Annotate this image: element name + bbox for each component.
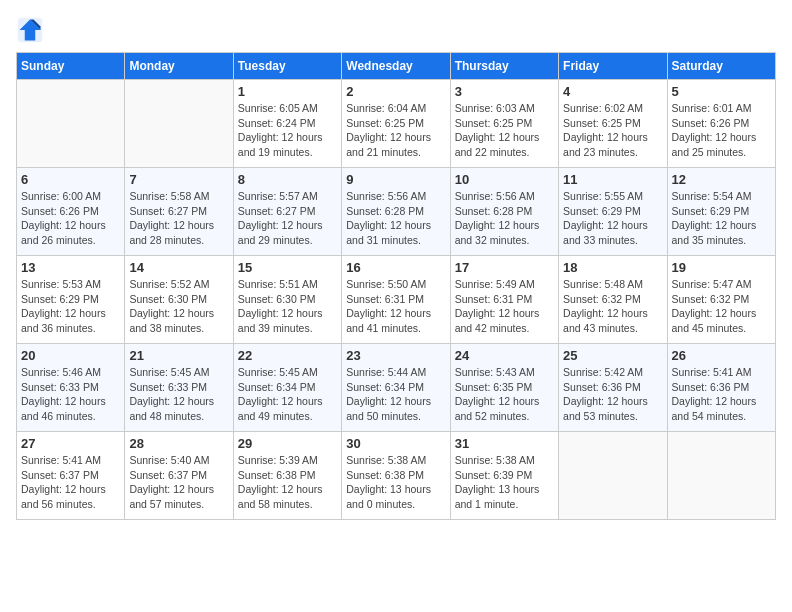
day-info: Sunrise: 5:56 AMSunset: 6:28 PMDaylight:… bbox=[346, 189, 445, 248]
day-info: Sunrise: 5:57 AMSunset: 6:27 PMDaylight:… bbox=[238, 189, 337, 248]
calendar-cell: 3Sunrise: 6:03 AMSunset: 6:25 PMDaylight… bbox=[450, 80, 558, 168]
day-info: Sunrise: 5:56 AMSunset: 6:28 PMDaylight:… bbox=[455, 189, 554, 248]
day-number: 29 bbox=[238, 436, 337, 451]
calendar-cell: 1Sunrise: 6:05 AMSunset: 6:24 PMDaylight… bbox=[233, 80, 341, 168]
day-info: Sunrise: 5:46 AMSunset: 6:33 PMDaylight:… bbox=[21, 365, 120, 424]
day-number: 26 bbox=[672, 348, 771, 363]
day-info: Sunrise: 5:44 AMSunset: 6:34 PMDaylight:… bbox=[346, 365, 445, 424]
day-info: Sunrise: 5:41 AMSunset: 6:37 PMDaylight:… bbox=[21, 453, 120, 512]
day-info: Sunrise: 5:47 AMSunset: 6:32 PMDaylight:… bbox=[672, 277, 771, 336]
day-info: Sunrise: 5:40 AMSunset: 6:37 PMDaylight:… bbox=[129, 453, 228, 512]
day-number: 21 bbox=[129, 348, 228, 363]
logo-icon bbox=[16, 16, 44, 44]
calendar-week-3: 13Sunrise: 5:53 AMSunset: 6:29 PMDayligh… bbox=[17, 256, 776, 344]
day-info: Sunrise: 6:02 AMSunset: 6:25 PMDaylight:… bbox=[563, 101, 662, 160]
calendar-table: SundayMondayTuesdayWednesdayThursdayFrid… bbox=[16, 52, 776, 520]
weekday-row: SundayMondayTuesdayWednesdayThursdayFrid… bbox=[17, 53, 776, 80]
day-info: Sunrise: 5:43 AMSunset: 6:35 PMDaylight:… bbox=[455, 365, 554, 424]
day-info: Sunrise: 5:45 AMSunset: 6:33 PMDaylight:… bbox=[129, 365, 228, 424]
day-number: 19 bbox=[672, 260, 771, 275]
calendar-cell: 7Sunrise: 5:58 AMSunset: 6:27 PMDaylight… bbox=[125, 168, 233, 256]
day-number: 2 bbox=[346, 84, 445, 99]
weekday-header-tuesday: Tuesday bbox=[233, 53, 341, 80]
calendar-cell: 18Sunrise: 5:48 AMSunset: 6:32 PMDayligh… bbox=[559, 256, 667, 344]
calendar-cell: 13Sunrise: 5:53 AMSunset: 6:29 PMDayligh… bbox=[17, 256, 125, 344]
day-number: 6 bbox=[21, 172, 120, 187]
day-info: Sunrise: 5:52 AMSunset: 6:30 PMDaylight:… bbox=[129, 277, 228, 336]
day-info: Sunrise: 6:03 AMSunset: 6:25 PMDaylight:… bbox=[455, 101, 554, 160]
day-info: Sunrise: 5:38 AMSunset: 6:38 PMDaylight:… bbox=[346, 453, 445, 512]
day-number: 15 bbox=[238, 260, 337, 275]
header bbox=[16, 16, 776, 44]
calendar-cell bbox=[125, 80, 233, 168]
day-info: Sunrise: 5:58 AMSunset: 6:27 PMDaylight:… bbox=[129, 189, 228, 248]
calendar-cell: 15Sunrise: 5:51 AMSunset: 6:30 PMDayligh… bbox=[233, 256, 341, 344]
day-number: 12 bbox=[672, 172, 771, 187]
calendar-week-2: 6Sunrise: 6:00 AMSunset: 6:26 PMDaylight… bbox=[17, 168, 776, 256]
day-number: 31 bbox=[455, 436, 554, 451]
day-number: 22 bbox=[238, 348, 337, 363]
day-number: 20 bbox=[21, 348, 120, 363]
day-number: 27 bbox=[21, 436, 120, 451]
day-number: 4 bbox=[563, 84, 662, 99]
calendar-cell bbox=[667, 432, 775, 520]
calendar-body: 1Sunrise: 6:05 AMSunset: 6:24 PMDaylight… bbox=[17, 80, 776, 520]
day-number: 9 bbox=[346, 172, 445, 187]
day-info: Sunrise: 6:00 AMSunset: 6:26 PMDaylight:… bbox=[21, 189, 120, 248]
calendar-cell: 31Sunrise: 5:38 AMSunset: 6:39 PMDayligh… bbox=[450, 432, 558, 520]
day-number: 11 bbox=[563, 172, 662, 187]
calendar-cell: 23Sunrise: 5:44 AMSunset: 6:34 PMDayligh… bbox=[342, 344, 450, 432]
day-number: 14 bbox=[129, 260, 228, 275]
day-number: 17 bbox=[455, 260, 554, 275]
day-info: Sunrise: 5:49 AMSunset: 6:31 PMDaylight:… bbox=[455, 277, 554, 336]
day-number: 7 bbox=[129, 172, 228, 187]
weekday-header-monday: Monday bbox=[125, 53, 233, 80]
day-number: 10 bbox=[455, 172, 554, 187]
calendar-cell: 4Sunrise: 6:02 AMSunset: 6:25 PMDaylight… bbox=[559, 80, 667, 168]
day-number: 3 bbox=[455, 84, 554, 99]
calendar-cell: 20Sunrise: 5:46 AMSunset: 6:33 PMDayligh… bbox=[17, 344, 125, 432]
calendar-cell: 26Sunrise: 5:41 AMSunset: 6:36 PMDayligh… bbox=[667, 344, 775, 432]
calendar-week-5: 27Sunrise: 5:41 AMSunset: 6:37 PMDayligh… bbox=[17, 432, 776, 520]
calendar-cell: 16Sunrise: 5:50 AMSunset: 6:31 PMDayligh… bbox=[342, 256, 450, 344]
day-info: Sunrise: 6:01 AMSunset: 6:26 PMDaylight:… bbox=[672, 101, 771, 160]
day-number: 30 bbox=[346, 436, 445, 451]
day-number: 28 bbox=[129, 436, 228, 451]
calendar-cell: 10Sunrise: 5:56 AMSunset: 6:28 PMDayligh… bbox=[450, 168, 558, 256]
day-info: Sunrise: 5:51 AMSunset: 6:30 PMDaylight:… bbox=[238, 277, 337, 336]
weekday-header-friday: Friday bbox=[559, 53, 667, 80]
calendar-cell: 17Sunrise: 5:49 AMSunset: 6:31 PMDayligh… bbox=[450, 256, 558, 344]
calendar-cell: 8Sunrise: 5:57 AMSunset: 6:27 PMDaylight… bbox=[233, 168, 341, 256]
day-info: Sunrise: 5:48 AMSunset: 6:32 PMDaylight:… bbox=[563, 277, 662, 336]
calendar-cell: 29Sunrise: 5:39 AMSunset: 6:38 PMDayligh… bbox=[233, 432, 341, 520]
day-info: Sunrise: 5:39 AMSunset: 6:38 PMDaylight:… bbox=[238, 453, 337, 512]
calendar-cell: 9Sunrise: 5:56 AMSunset: 6:28 PMDaylight… bbox=[342, 168, 450, 256]
day-info: Sunrise: 5:53 AMSunset: 6:29 PMDaylight:… bbox=[21, 277, 120, 336]
calendar-cell: 6Sunrise: 6:00 AMSunset: 6:26 PMDaylight… bbox=[17, 168, 125, 256]
calendar-cell: 28Sunrise: 5:40 AMSunset: 6:37 PMDayligh… bbox=[125, 432, 233, 520]
page-container: SundayMondayTuesdayWednesdayThursdayFrid… bbox=[16, 16, 776, 520]
weekday-header-saturday: Saturday bbox=[667, 53, 775, 80]
calendar-cell: 5Sunrise: 6:01 AMSunset: 6:26 PMDaylight… bbox=[667, 80, 775, 168]
day-info: Sunrise: 5:54 AMSunset: 6:29 PMDaylight:… bbox=[672, 189, 771, 248]
calendar-cell: 12Sunrise: 5:54 AMSunset: 6:29 PMDayligh… bbox=[667, 168, 775, 256]
day-number: 23 bbox=[346, 348, 445, 363]
calendar-week-1: 1Sunrise: 6:05 AMSunset: 6:24 PMDaylight… bbox=[17, 80, 776, 168]
day-info: Sunrise: 5:42 AMSunset: 6:36 PMDaylight:… bbox=[563, 365, 662, 424]
calendar-header: SundayMondayTuesdayWednesdayThursdayFrid… bbox=[17, 53, 776, 80]
day-info: Sunrise: 5:50 AMSunset: 6:31 PMDaylight:… bbox=[346, 277, 445, 336]
calendar-week-4: 20Sunrise: 5:46 AMSunset: 6:33 PMDayligh… bbox=[17, 344, 776, 432]
calendar-cell: 19Sunrise: 5:47 AMSunset: 6:32 PMDayligh… bbox=[667, 256, 775, 344]
weekday-header-sunday: Sunday bbox=[17, 53, 125, 80]
calendar-cell: 27Sunrise: 5:41 AMSunset: 6:37 PMDayligh… bbox=[17, 432, 125, 520]
day-number: 8 bbox=[238, 172, 337, 187]
calendar-cell: 21Sunrise: 5:45 AMSunset: 6:33 PMDayligh… bbox=[125, 344, 233, 432]
calendar-cell: 25Sunrise: 5:42 AMSunset: 6:36 PMDayligh… bbox=[559, 344, 667, 432]
day-number: 16 bbox=[346, 260, 445, 275]
day-info: Sunrise: 5:45 AMSunset: 6:34 PMDaylight:… bbox=[238, 365, 337, 424]
day-info: Sunrise: 5:38 AMSunset: 6:39 PMDaylight:… bbox=[455, 453, 554, 512]
day-info: Sunrise: 5:41 AMSunset: 6:36 PMDaylight:… bbox=[672, 365, 771, 424]
calendar-cell: 2Sunrise: 6:04 AMSunset: 6:25 PMDaylight… bbox=[342, 80, 450, 168]
day-number: 25 bbox=[563, 348, 662, 363]
day-info: Sunrise: 6:05 AMSunset: 6:24 PMDaylight:… bbox=[238, 101, 337, 160]
